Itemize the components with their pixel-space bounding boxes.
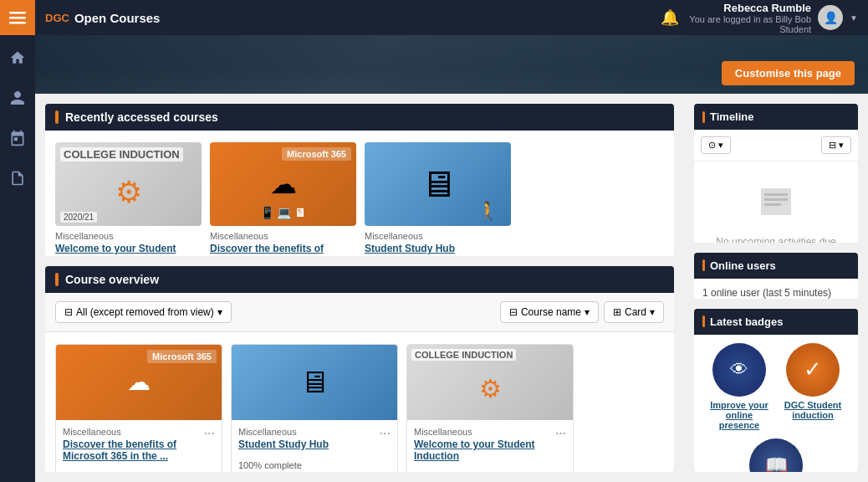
logo-text: Open Courses xyxy=(74,11,161,25)
right-panel: Timeline ⊙ ▾ ⊟ ▾ No upcomi xyxy=(684,94,868,482)
badge-item-studyhub-row: 📖 xyxy=(694,438,858,472)
logo-dgc: DGC xyxy=(45,12,69,24)
ms365-label: Microsoft 365 xyxy=(282,147,351,161)
badge-circle-studyhub: 📖 xyxy=(749,438,803,472)
user-logged-as: You are logged in as Billy Bob xyxy=(689,14,811,24)
card-title-studyhub[interactable]: Student Study Hub xyxy=(365,243,511,254)
timeline-empty-icon xyxy=(756,182,796,229)
card-menu-dots[interactable]: ··· xyxy=(204,427,215,440)
card-title[interactable]: Welcome to your Student Induc... xyxy=(55,243,202,256)
online-users-count: 1 online user (last 5 minutes) xyxy=(702,287,831,299)
ov-card-img-induction: COLLEGE INDUCTION ⚙ xyxy=(407,345,573,420)
svg-rect-0 xyxy=(9,12,26,14)
content-body: Recently accessed courses COLLEGE INDUCT… xyxy=(35,94,868,482)
svg-rect-2 xyxy=(9,22,26,24)
view-chevron-icon: ▾ xyxy=(650,306,655,318)
ov-card-title-studyhub[interactable]: Student Study Hub xyxy=(238,438,391,450)
ov-card-body-studyhub: ··· Miscellaneous Student Study Hub xyxy=(232,420,397,457)
badge-item-improve[interactable]: 👁 Improve your online presence xyxy=(706,343,773,430)
left-panel: Recently accessed courses COLLEGE INDUCT… xyxy=(35,94,684,482)
customise-button[interactable]: Customise this page xyxy=(722,61,855,85)
ov-ms365-label: Microsoft 365 xyxy=(147,350,217,363)
filter-button[interactable]: ⊟ All (except removed from view) ▾ xyxy=(55,301,232,323)
timeline-title: Timeline xyxy=(710,110,754,123)
recent-card-ms365[interactable]: Microsoft 365 ☁ 📱 💻 🖥 Miscellaneous Disc… xyxy=(210,142,356,256)
svg-rect-5 xyxy=(764,198,788,201)
ov-card-cat-induction: Miscellaneous xyxy=(414,427,566,437)
badge-item-studyhub[interactable]: 📖 xyxy=(743,438,809,472)
badge-circle-induction: ✓ xyxy=(786,343,840,397)
recently-accessed-section: Recently accessed courses COLLEGE INDUCT… xyxy=(45,104,674,256)
recent-card-induction[interactable]: COLLEGE INDUCTION ⚙ 2020/21 Miscellaneou… xyxy=(55,142,202,256)
badge-label-improve[interactable]: Improve your online presence xyxy=(706,400,773,430)
card-title-ms365[interactable]: Discover the benefits of Micros... xyxy=(210,243,356,256)
recent-card-studyhub[interactable]: 🖥 🚶 Miscellaneous Student Study Hub xyxy=(365,142,511,256)
online-users-title: Online users xyxy=(710,259,776,272)
latest-badges-header: Latest badges xyxy=(694,309,858,335)
view-icon: ⊞ xyxy=(613,306,621,318)
avatar: 👤 xyxy=(818,5,843,30)
sidebar-item-profile[interactable] xyxy=(0,80,35,115)
header-right: 🔔 Rebecca Rumble You are logged in as Bi… xyxy=(661,2,858,34)
card-category-studyhub: Miscellaneous xyxy=(365,231,511,241)
sort-icon: ⊟ xyxy=(509,306,518,318)
sidebar xyxy=(0,0,35,482)
menu-button[interactable] xyxy=(0,0,35,35)
rp-bar-badges xyxy=(702,315,705,327)
card-img-studyhub: 🖥 🚶 xyxy=(365,142,511,226)
badge-icon-induction: ✓ xyxy=(804,356,822,382)
badge-icon-studyhub: 📖 xyxy=(765,454,788,472)
rp-bar-online xyxy=(702,259,705,271)
sort-button[interactable]: ⊟ Course name ▾ xyxy=(500,301,599,323)
svg-rect-6 xyxy=(764,203,781,206)
badge-label-induction[interactable]: DGC Student induction xyxy=(779,400,846,420)
section-bar-icon2 xyxy=(55,273,59,286)
bell-icon[interactable]: 🔔 xyxy=(661,8,679,27)
section-bar-icon xyxy=(55,110,59,124)
timeline-sort-button[interactable]: ⊟ ▾ xyxy=(821,136,851,154)
timeline-header: Timeline xyxy=(694,104,858,130)
svg-rect-1 xyxy=(9,17,26,19)
main-content: DGC Open Courses 🔔 Rebecca Rumble You ar… xyxy=(35,0,868,482)
timeline-empty-msg: No upcoming activities due xyxy=(716,236,835,243)
ov-card-img-ms365: Microsoft 365 ☁ xyxy=(56,345,222,420)
overview-card-studyhub[interactable]: 🖥 ··· Miscellaneous Student Study Hub 10… xyxy=(231,344,398,472)
latest-badges-section: Latest badges 👁 Improve your online pres… xyxy=(694,309,858,472)
user-menu[interactable]: Rebecca Rumble You are logged in as Bill… xyxy=(689,2,858,34)
overview-card-induction[interactable]: COLLEGE INDUCTION ⚙ ··· Miscellaneous We… xyxy=(406,344,574,472)
ov-card-title-induction[interactable]: Welcome to your Student Induction xyxy=(414,438,566,462)
card-menu-dots3[interactable]: ··· xyxy=(555,427,566,440)
svg-rect-4 xyxy=(764,193,788,196)
ov-card-title-ms365[interactable]: Discover the benefits of Microsoft 365 i… xyxy=(63,438,215,462)
rp-bar-timeline xyxy=(702,111,705,123)
overview-cards-container: Microsoft 365 ☁ ··· Miscellaneous Discov… xyxy=(45,332,674,472)
sidebar-item-documents[interactable] xyxy=(0,161,35,196)
view-button[interactable]: ⊞ Card ▾ xyxy=(604,301,664,323)
timeline-toolbar: ⊙ ▾ ⊟ ▾ xyxy=(694,130,858,162)
user-name: Rebecca Rumble xyxy=(689,2,811,14)
overview-toolbar: ⊟ All (except removed from view) ▾ ⊟ Cou… xyxy=(45,293,674,332)
badges-container: 👁 Improve your online presence ✓ DGC Stu… xyxy=(694,335,858,438)
overview-card-ms365[interactable]: Microsoft 365 ☁ ··· Miscellaneous Discov… xyxy=(55,344,222,472)
course-overview-header: Course overview xyxy=(45,266,674,293)
card-img-ms365: Microsoft 365 ☁ 📱 💻 🖥 xyxy=(210,142,356,226)
filter-chevron-icon: ▾ xyxy=(217,306,222,318)
sidebar-item-home[interactable] xyxy=(0,40,35,75)
recent-cards-container: COLLEGE INDUCTION ⚙ 2020/21 Miscellaneou… xyxy=(45,131,674,256)
online-users-section: Online users 1 online user (last 5 minut… xyxy=(694,253,858,299)
latest-badges-title: Latest badges xyxy=(710,315,783,328)
card-info-studyhub: Miscellaneous Student Study Hub xyxy=(365,226,511,256)
card-menu-dots2[interactable]: ··· xyxy=(380,427,391,440)
view-label: Card xyxy=(625,306,646,318)
badge-circle-improve: 👁 xyxy=(712,343,766,397)
sidebar-item-calendar[interactable] xyxy=(0,120,35,156)
user-role: Student xyxy=(689,24,811,34)
timeline-filter-button[interactable]: ⊙ ▾ xyxy=(701,136,731,154)
course-overview-title: Course overview xyxy=(65,273,159,286)
logo: DGC Open Courses xyxy=(45,11,160,25)
card-info-ms365: Miscellaneous Discover the benefits of M… xyxy=(210,226,356,256)
badge-item-induction[interactable]: ✓ DGC Student induction xyxy=(779,343,846,430)
ov-card-footer-induction: 100% complete xyxy=(407,469,573,472)
hero-banner: Customise this page xyxy=(35,35,868,94)
ov-card-img-studyhub: 🖥 xyxy=(232,345,397,420)
